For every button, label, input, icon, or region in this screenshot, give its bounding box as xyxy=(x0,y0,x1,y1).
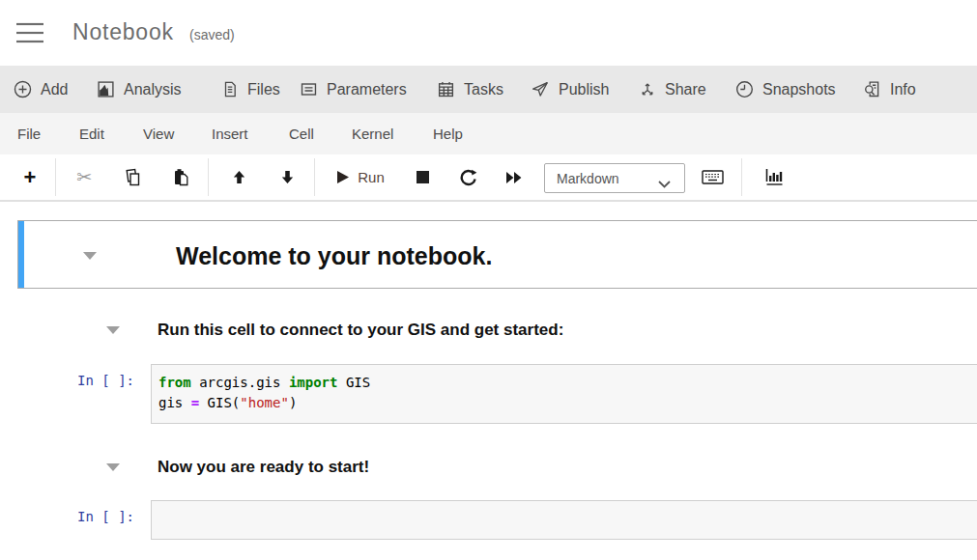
code-input[interactable]: from arcgis.gis import GIS gis = GIS("ho… xyxy=(151,364,977,424)
app-header: Notebook (saved) xyxy=(0,0,977,66)
add-cell-button[interactable]: + xyxy=(15,154,44,200)
code-token: = xyxy=(191,395,199,410)
bar-chart-icon xyxy=(764,168,784,186)
code-token: GIS xyxy=(337,375,370,390)
menu-kernel[interactable]: Kernel xyxy=(352,113,393,154)
cut-cell-button[interactable]: ✂ xyxy=(66,154,102,200)
analysis-chart-icon xyxy=(97,80,115,98)
move-cell-up-button[interactable] xyxy=(220,154,257,200)
notebook-app-window: Notebook (saved) Add Analysis Files xyxy=(0,0,977,560)
copy-icon xyxy=(124,168,142,186)
restart-icon xyxy=(460,169,477,186)
paste-icon xyxy=(172,168,190,186)
toolbar-button-info[interactable]: Info xyxy=(863,66,916,113)
paste-cell-button[interactable] xyxy=(162,154,199,200)
selected-cell-indicator xyxy=(18,221,24,288)
toolbar-button-add[interactable]: Add xyxy=(14,66,68,113)
code-token: gis xyxy=(158,395,191,410)
publish-plane-icon xyxy=(531,80,550,98)
save-status: (saved) xyxy=(189,27,235,42)
arrow-up-icon xyxy=(231,169,247,185)
add-circle-icon xyxy=(14,80,32,98)
toolbar-button-snapshots[interactable]: Snapshots xyxy=(735,66,836,113)
collapse-arrow-icon[interactable] xyxy=(83,252,97,260)
toolbar-button-label: Snapshots xyxy=(762,81,836,98)
snapshots-clock-icon xyxy=(735,80,754,98)
toolbar-button-publish[interactable]: Publish xyxy=(531,66,609,113)
move-cell-down-button[interactable] xyxy=(269,154,305,200)
toolbar-divider xyxy=(55,158,56,196)
arrow-down-icon xyxy=(279,169,296,185)
toolbar-button-files[interactable]: Files xyxy=(221,66,280,113)
scissors-icon: ✂ xyxy=(76,166,92,188)
menu-edit[interactable]: Edit xyxy=(79,113,104,154)
markdown-cell-selected[interactable]: Welcome to your notebook. xyxy=(17,220,977,289)
run-all-button[interactable] xyxy=(496,154,532,200)
run-label: Run xyxy=(358,169,385,185)
play-icon xyxy=(336,170,350,184)
run-cell-button[interactable]: Run xyxy=(329,154,392,200)
toolbar-button-parameters[interactable]: Parameters xyxy=(300,66,407,113)
cell-heading: Run this cell to connect to your GIS and… xyxy=(158,320,563,341)
hamburger-menu-icon xyxy=(15,33,44,47)
toolbar-button-label: Publish xyxy=(559,81,609,98)
plus-icon: + xyxy=(24,165,37,190)
toolbar-button-label: Files xyxy=(247,81,280,98)
stop-kernel-button[interactable] xyxy=(404,154,441,200)
keyboard-icon xyxy=(702,169,724,185)
toolbar-divider xyxy=(741,158,742,196)
restart-kernel-button[interactable] xyxy=(450,154,487,200)
toolbar-divider xyxy=(208,158,209,196)
toolbar-divider xyxy=(314,158,315,196)
code-input-empty[interactable] xyxy=(151,500,977,540)
input-prompt: In [ ]: xyxy=(77,509,134,524)
menu-view[interactable]: View xyxy=(143,113,174,154)
toolbar-button-label: Parameters xyxy=(327,81,407,98)
tasks-calendar-icon xyxy=(437,80,455,98)
collapse-arrow-icon[interactable] xyxy=(106,326,120,334)
toolbar-button-label: Tasks xyxy=(464,81,503,98)
toolbar-button-label: Add xyxy=(41,81,68,98)
hamburger-menu-button[interactable] xyxy=(14,21,45,46)
notebook-menu-bar: File Edit View Insert Cell Kernel Help xyxy=(0,113,977,154)
fast-forward-icon xyxy=(505,170,523,185)
stop-icon xyxy=(416,170,430,184)
code-content: from arcgis.gis import GIS gis = GIS("ho… xyxy=(152,365,977,413)
collapse-arrow-icon[interactable] xyxy=(106,463,120,471)
code-token: GIS( xyxy=(199,395,240,410)
toolbar-button-label: Info xyxy=(890,81,916,98)
app-toolbar: Add Analysis Files Parameters Tasks xyxy=(0,66,977,113)
command-palette-button[interactable] xyxy=(692,154,733,200)
cell-type-select[interactable]: Markdown xyxy=(544,163,685,193)
menu-cell[interactable]: Cell xyxy=(289,113,314,154)
code-token: arcgis.gis xyxy=(191,375,289,390)
cell-heading: Welcome to your notebook. xyxy=(176,241,492,270)
notebook-toolbar: + ✂ xyxy=(0,154,977,202)
info-search-page-icon xyxy=(863,80,881,98)
menu-insert[interactable]: Insert xyxy=(212,113,248,154)
files-document-icon xyxy=(221,80,239,98)
copy-cell-button[interactable] xyxy=(114,154,151,200)
toolbar-button-share[interactable]: Share xyxy=(639,66,706,113)
toolbar-button-tasks[interactable]: Tasks xyxy=(437,66,503,113)
app-title: Notebook xyxy=(72,19,174,45)
code-token: "home" xyxy=(240,395,289,410)
cell-heading: Now you are ready to start! xyxy=(158,457,369,478)
code-token: ) xyxy=(289,395,297,410)
code-content xyxy=(152,501,977,509)
menu-help[interactable]: Help xyxy=(433,113,463,154)
notebook-cells-area: Welcome to your notebook. Run this cell … xyxy=(0,202,977,560)
share-icon xyxy=(639,80,656,98)
menu-file[interactable]: File xyxy=(17,113,41,154)
input-prompt: In [ ]: xyxy=(77,373,134,388)
toolbar-button-label: Share xyxy=(665,81,706,98)
code-token: from xyxy=(158,375,191,390)
parameters-icon xyxy=(300,80,318,98)
toolbar-button-label: Analysis xyxy=(124,81,182,98)
open-chart-panel-button[interactable] xyxy=(754,154,794,200)
toolbar-button-analysis[interactable]: Analysis xyxy=(97,66,182,113)
code-token: import xyxy=(289,375,338,390)
